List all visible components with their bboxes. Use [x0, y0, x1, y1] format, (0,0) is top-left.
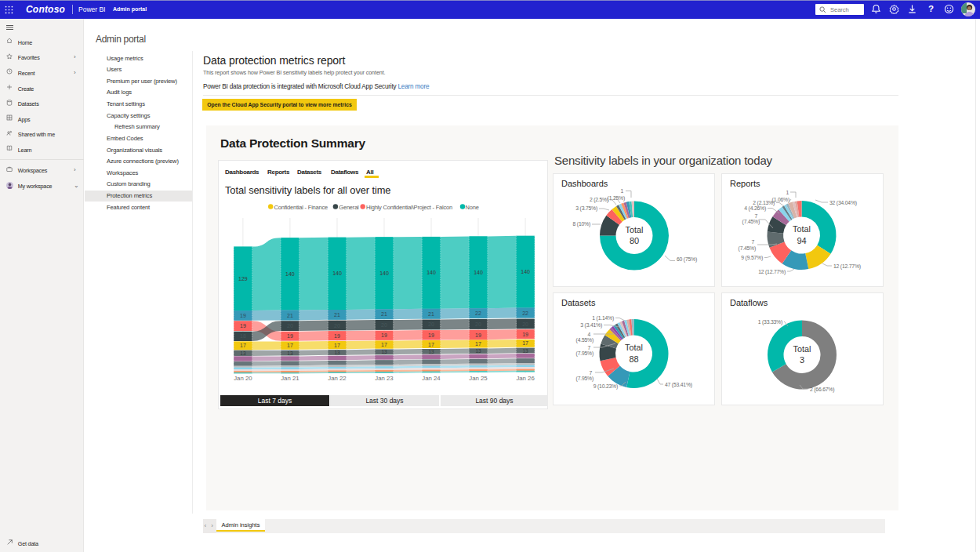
svg-text:21: 21: [334, 312, 340, 318]
svg-text:20: 20: [475, 321, 481, 327]
svg-text:7: 7: [754, 213, 757, 219]
svg-text:22: 22: [522, 310, 528, 316]
svg-text:7: 7: [589, 370, 592, 376]
svg-text:Total: Total: [793, 344, 811, 354]
svg-text:12 (12.77%): 12 (12.77%): [833, 263, 861, 270]
svg-text:140: 140: [426, 270, 436, 275]
svg-text:(7.95%): (7.95%): [576, 376, 593, 382]
svg-text:13: 13: [475, 348, 481, 354]
svg-text:13: 13: [334, 350, 340, 355]
svg-text:19: 19: [522, 332, 528, 337]
svg-text:17: 17: [428, 342, 434, 347]
svg-text:1 (1.14%): 1 (1.14%): [592, 315, 614, 321]
svg-text:22: 22: [475, 310, 481, 316]
svg-text:Jan 23: Jan 23: [375, 375, 393, 382]
svg-text:13: 13: [381, 349, 387, 354]
svg-text:7: 7: [751, 239, 754, 245]
svg-text:21: 21: [428, 311, 434, 317]
svg-text:17: 17: [334, 343, 340, 348]
svg-text:Total: Total: [793, 224, 811, 234]
svg-text:(7.45%): (7.45%): [742, 219, 760, 225]
svg-text:47 (53.41%): 47 (53.41%): [665, 382, 692, 388]
svg-text:Jan 24: Jan 24: [422, 375, 441, 382]
svg-text:19: 19: [334, 333, 340, 339]
svg-text:94: 94: [797, 236, 806, 245]
svg-text:Jan 22: Jan 22: [328, 375, 346, 382]
svg-text:19: 19: [240, 313, 246, 318]
svg-text:None: None: [466, 204, 479, 211]
svg-text:19: 19: [381, 332, 387, 338]
svg-text:140: 140: [379, 271, 389, 276]
svg-text:21: 21: [287, 313, 293, 318]
svg-text:140: 140: [474, 270, 483, 275]
svg-text:Jan 20: Jan 20: [234, 375, 252, 382]
svg-text:1: 1: [786, 190, 789, 195]
svg-text:(7.95%): (7.95%): [576, 350, 593, 357]
svg-text:13: 13: [240, 350, 246, 356]
svg-text:Confidential - Finance: Confidential - Finance: [274, 204, 328, 211]
svg-text:General: General: [339, 204, 359, 211]
svg-text:17: 17: [475, 341, 481, 347]
svg-text:13: 13: [428, 349, 434, 354]
svg-text:12 (12.77%): 12 (12.77%): [758, 269, 786, 275]
svg-text:17: 17: [381, 342, 387, 347]
svg-text:88: 88: [629, 354, 638, 364]
svg-text:3 (3.41%): 3 (3.41%): [580, 322, 602, 329]
svg-text:(1.06%): (1.06%): [772, 197, 789, 203]
svg-text:Jan 25: Jan 25: [469, 375, 488, 382]
svg-text:1: 1: [620, 188, 623, 194]
svg-text:3 (3.75%): 3 (3.75%): [575, 205, 597, 212]
svg-text:17: 17: [522, 340, 528, 346]
svg-text:4: 4: [587, 332, 590, 337]
svg-text:8 (10%): 8 (10%): [573, 221, 590, 227]
svg-text:32 (34.04%): 32 (34.04%): [829, 200, 857, 206]
svg-text:80: 80: [630, 236, 639, 245]
svg-text:20: 20: [287, 323, 293, 329]
svg-text:20: 20: [522, 321, 528, 327]
svg-text:(1.25%): (1.25%): [608, 195, 625, 202]
svg-text:21: 21: [381, 311, 387, 317]
svg-text:19: 19: [240, 323, 246, 329]
svg-text:9 (9.57%): 9 (9.57%): [741, 255, 763, 261]
svg-text:19: 19: [428, 332, 434, 338]
svg-text:3: 3: [800, 355, 804, 365]
svg-text:140: 140: [521, 269, 530, 274]
svg-text:Jan 26: Jan 26: [516, 375, 534, 382]
svg-text:4 (4.26%): 4 (4.26%): [744, 205, 766, 212]
svg-text:2 (2.5%): 2 (2.5%): [590, 197, 608, 203]
svg-text:19: 19: [475, 332, 481, 338]
svg-text:Total: Total: [626, 225, 644, 234]
svg-text:1 (33.33%): 1 (33.33%): [758, 319, 782, 325]
svg-text:(7.45%): (7.45%): [739, 245, 756, 252]
svg-text:140: 140: [332, 271, 342, 276]
svg-text:Total: Total: [625, 343, 643, 352]
svg-text:Highly Confidential\Project -: Highly Confidential\Project - Falcon: [366, 204, 452, 211]
svg-text:9 (10.23%): 9 (10.23%): [593, 383, 618, 390]
svg-text:(4.55%): (4.55%): [576, 337, 593, 343]
svg-text:2 (66.67%): 2 (66.67%): [810, 387, 834, 393]
svg-text:17: 17: [240, 343, 246, 348]
svg-text:13: 13: [522, 348, 528, 354]
svg-text:17: 17: [287, 343, 293, 348]
svg-text:129: 129: [238, 276, 248, 281]
svg-text:Jan 21: Jan 21: [281, 375, 299, 382]
svg-text:13: 13: [287, 350, 293, 356]
svg-text:7: 7: [587, 345, 590, 350]
svg-text:60 (75%): 60 (75%): [677, 256, 697, 263]
svg-text:140: 140: [285, 271, 295, 277]
svg-text:20: 20: [334, 323, 340, 329]
svg-text:20: 20: [428, 321, 434, 327]
svg-text:18: 18: [240, 333, 246, 339]
svg-text:20: 20: [381, 322, 387, 328]
svg-text:19: 19: [287, 333, 293, 339]
